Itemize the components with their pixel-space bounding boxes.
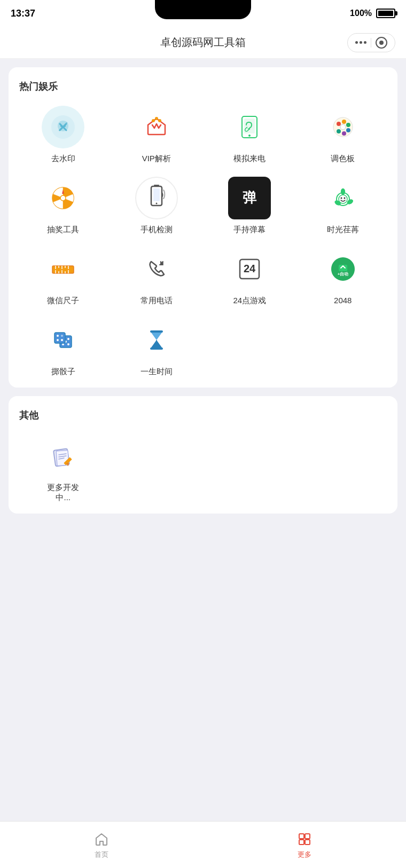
hot-entertainment-grid: 去水印 VIP解析 (19, 106, 387, 377)
dice-icon (49, 326, 77, 354)
lifetime-label: 一生时间 (140, 367, 173, 377)
moss-icon-wrap (322, 177, 364, 219)
bottom-nav: 首页 更多 (0, 821, 406, 868)
svg-point-31 (343, 198, 345, 199)
svg-point-55 (57, 335, 59, 337)
game2048-icon-wrap: +自动 (322, 248, 364, 290)
header-title: 卓创源码网工具箱 (160, 35, 246, 50)
game24-item[interactable]: 24 24点游戏 (206, 248, 294, 306)
lottery-icon-wrap (42, 177, 84, 219)
danmaku-item[interactable]: 弹 手持弹幕 (206, 177, 294, 235)
lottery-label: 抽奖工具 (47, 225, 79, 235)
ruler-icon-wrap (42, 248, 84, 290)
svg-point-10 (346, 123, 350, 127)
main-content: 热门娱乐 去水印 (0, 59, 406, 584)
svg-rect-69 (305, 834, 310, 839)
svg-point-14 (340, 124, 346, 130)
svg-rect-68 (299, 834, 304, 839)
header: 卓创源码网工具箱 (0, 27, 406, 59)
watermark-item[interactable]: 去水印 (19, 106, 107, 164)
danmaku-icon-wrap: 弹 (228, 177, 271, 219)
moss-label: 时光荏苒 (327, 225, 359, 235)
danmaku-icon: 弹 (236, 184, 263, 212)
lifetime-icon-wrap (135, 319, 178, 361)
header-actions[interactable] (347, 33, 395, 52)
palette-icon-wrap (322, 106, 364, 148)
record-icon[interactable] (376, 37, 387, 49)
game2048-item[interactable]: +自动 2048 (299, 248, 387, 306)
svg-point-57 (61, 335, 63, 337)
game2048-icon: +自动 (329, 255, 357, 283)
lifetime-icon (143, 326, 170, 354)
lifetime-item[interactable]: 一生时间 (113, 319, 201, 377)
more-dev-icon-wrap (42, 435, 84, 477)
svg-point-56 (61, 339, 63, 341)
battery-icon (376, 9, 395, 18)
grid-icon (296, 831, 313, 848)
status-bar: 13:37 100% (0, 0, 406, 27)
svg-point-3 (155, 117, 158, 120)
moss-item[interactable]: 时光荏苒 (299, 177, 387, 235)
nav-home-label: 首页 (95, 850, 108, 859)
palette-label: 调色板 (331, 154, 355, 164)
svg-text:弹: 弹 (243, 190, 257, 206)
fakecall-icon (236, 113, 263, 141)
svg-point-11 (346, 128, 350, 132)
more-icon[interactable] (355, 41, 366, 44)
game24-icon-wrap: 24 (228, 248, 271, 290)
game24-icon: 24 (236, 255, 263, 283)
status-time: 13:37 (11, 8, 35, 19)
game2048-label: 2048 (334, 296, 352, 305)
phone-detect-icon (143, 184, 170, 212)
svg-point-6 (248, 135, 251, 137)
others-section: 其他 更多开发 中... (9, 396, 397, 514)
lottery-item[interactable]: 抽奖工具 (19, 177, 107, 235)
svg-rect-54 (54, 333, 65, 343)
svg-point-8 (337, 122, 341, 126)
game24-label: 24点游戏 (233, 296, 266, 306)
hot-entertainment-title: 热门娱乐 (19, 80, 387, 93)
notch (155, 0, 251, 19)
svg-point-52 (67, 343, 69, 345)
ruler-icon (49, 255, 77, 283)
fakecall-label: 模拟来电 (233, 154, 266, 164)
tel-label: 常用电话 (140, 296, 173, 306)
dice-item[interactable]: 掷骰子 (19, 319, 107, 377)
home-icon (93, 831, 110, 848)
more-dev-item[interactable]: 更多开发 中... (19, 435, 107, 503)
others-title: 其他 (19, 409, 387, 422)
vip-icon (143, 113, 170, 141)
vip-icon-wrap (135, 106, 178, 148)
tel-icon-wrap (135, 248, 178, 290)
svg-rect-71 (305, 840, 310, 845)
palette-item[interactable]: 调色板 (299, 106, 387, 164)
dice-icon-wrap (42, 319, 84, 361)
ruler-item[interactable]: 微信尺子 (19, 248, 107, 306)
svg-point-16 (60, 195, 66, 201)
svg-rect-70 (299, 840, 304, 845)
more-dev-icon (49, 442, 77, 470)
ruler-label: 微信尺子 (47, 296, 79, 306)
fakecall-item[interactable]: 模拟来电 (206, 106, 294, 164)
svg-rect-60 (150, 348, 163, 350)
fakecall-icon-wrap (228, 106, 271, 148)
nav-more[interactable]: 更多 (203, 831, 406, 859)
vip-item[interactable]: VIP解析 (113, 106, 201, 164)
watermark-icon-wrap (42, 106, 84, 148)
hot-entertainment-section: 热门娱乐 去水印 (9, 67, 397, 388)
nav-home[interactable]: 首页 (0, 831, 203, 859)
phone-detect-icon-wrap (135, 177, 178, 219)
phone-detect-label: 手机检测 (140, 225, 173, 235)
svg-point-26 (341, 188, 345, 195)
tel-icon (143, 255, 170, 283)
svg-rect-59 (150, 330, 163, 333)
lottery-icon (49, 184, 77, 212)
svg-point-29 (339, 195, 347, 203)
phone-detect-item[interactable]: 手机检测 (113, 177, 201, 235)
svg-rect-18 (153, 188, 160, 201)
tel-item[interactable]: 常用电话 (113, 248, 201, 306)
more-dev-label: 更多开发 中... (47, 483, 79, 503)
battery-percent: 100% (350, 9, 372, 18)
svg-text:+自动: +自动 (337, 272, 348, 277)
dice-label: 掷骰子 (51, 367, 75, 377)
